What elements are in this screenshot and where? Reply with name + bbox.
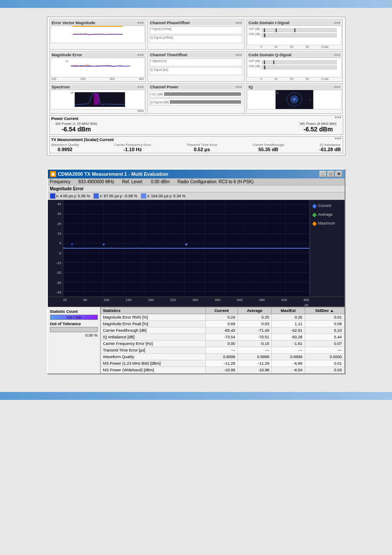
magnitude-error-chart: % bbox=[50, 58, 145, 77]
stat-maxext: -6.54 bbox=[272, 367, 305, 374]
stat-maxext: 0.9999 bbox=[272, 354, 305, 360]
frequency-label: Frequency bbox=[50, 179, 71, 184]
stat-maxext: 1.11 bbox=[272, 321, 305, 327]
svg-rect-21 bbox=[94, 94, 99, 105]
svg-rect-7 bbox=[276, 29, 277, 33]
stat-stddev: 0.07 bbox=[305, 341, 344, 347]
carrier-freq-error-value: -1.10 Hz bbox=[114, 147, 151, 152]
stat-stddev: 0.08 bbox=[305, 321, 344, 327]
stat-stddev: 0.01 bbox=[305, 360, 344, 367]
power-sublabel: Current bbox=[64, 116, 79, 121]
stat-average: 0.83 bbox=[237, 321, 272, 327]
stat-current: -10.99 bbox=[205, 367, 237, 374]
stat-name: Carrier Feedthrough [dB] bbox=[101, 327, 205, 334]
svg-text:CDE [dB]: CDE [dB] bbox=[248, 33, 260, 36]
code-domain-q-panel: Code Domain Q-Signal CDP [dB] CDE [dB] bbox=[246, 51, 343, 82]
i-signal-row: I Signal [mRad] bbox=[150, 26, 242, 34]
code-domain-q-title: Code Domain Q-Signal bbox=[248, 53, 291, 57]
cdma-window: ▣ CDMA2000 TX Measurement 1 - Multi Eval… bbox=[47, 169, 345, 374]
legend-average: ◆ Average bbox=[312, 211, 342, 218]
stat-average: -70.51 bbox=[237, 334, 272, 341]
tolerance-value: 0.00 % bbox=[50, 333, 98, 337]
stat-average: 0.9999 bbox=[237, 354, 272, 360]
minimize-button[interactable]: _ bbox=[320, 171, 327, 177]
iq-imbalance-value: -61.28 dB bbox=[320, 147, 341, 152]
code-domain-i-chart: CDP [dB] CDE [dB] bbox=[247, 25, 342, 45]
channel-phase-title: Channel PhaseOffset bbox=[150, 21, 190, 25]
stat-current: 0.9999 bbox=[205, 354, 237, 360]
chart-area: 45 35 25 15 5 -5 -15 -25 -35 -45 bbox=[48, 200, 345, 307]
stat-stddev: 5.23 bbox=[305, 327, 344, 334]
svg-rect-4 bbox=[262, 29, 337, 33]
svg-rect-17 bbox=[273, 61, 274, 65]
ref-level-label: Ref. Level: bbox=[122, 179, 143, 184]
svg-point-30 bbox=[296, 100, 297, 101]
channel-power-panel: Channel Power I-SC [dB] Q-Signal [dB] bbox=[147, 83, 245, 114]
tx-sublabel: Current bbox=[100, 138, 114, 142]
svg-rect-1 bbox=[72, 26, 122, 27]
svg-text:Q: Q bbox=[277, 91, 279, 94]
iq-chart: Q I bbox=[247, 90, 342, 109]
x-unit: µs bbox=[48, 303, 345, 307]
chart-container: 45 35 25 15 5 -5 -15 -25 -35 -45 bbox=[48, 200, 345, 297]
table-row: Transmit Time Error [µs] --- --- --- --- bbox=[101, 347, 344, 354]
waveform-quality-group: Waveform Quality 0.9992 bbox=[51, 143, 79, 152]
i-sc-row: I-SC [dB] bbox=[150, 91, 242, 98]
spectrum-panel: Spectrum dB MHz bbox=[49, 83, 146, 114]
marker-1-x: 4.00 µs bbox=[60, 194, 73, 198]
frequency-value: 833.4900000 MHz bbox=[79, 179, 115, 184]
table-row: Waveform Quality 0.9999 0.9999 0.9999 0.… bbox=[101, 354, 344, 360]
channel-time-panel: Channel TimeOffset I Signal [ns] Q Signa… bbox=[147, 51, 245, 82]
svg-text:CDE [dB]: CDE [dB] bbox=[248, 65, 260, 69]
window-title: CDMA2000 TX Measurement 1 - Multi Evalua… bbox=[58, 171, 169, 177]
ms-power-125-label: MS Power (1.25 MHZ BW) bbox=[56, 122, 97, 126]
ms-power-125-group: MS Power (1.25 MHZ BW) -6.54 dBm bbox=[56, 122, 97, 133]
marker-3-color bbox=[141, 193, 146, 199]
stat-stddev: 0.01 bbox=[305, 314, 344, 321]
q-signal-row-cp: Q-Signal [dB] bbox=[150, 98, 242, 105]
chart-plot-area bbox=[63, 200, 309, 297]
stat-maxext: -1.61 bbox=[272, 341, 305, 347]
tolerance-bar bbox=[50, 327, 98, 332]
table-row: Magnitude Error RMS [%] 0.24 0.25 0.26 0… bbox=[101, 314, 344, 321]
progress-bar: 100 / 100 bbox=[50, 315, 98, 320]
table-row: Carrier Frequency Error [Hz] 0.00 -0.15 … bbox=[101, 341, 344, 347]
radio-config: Radio Configuration: RC3 to 6 (H-PSK) bbox=[177, 179, 253, 184]
stat-stddev: --- bbox=[305, 347, 344, 354]
col-header-name: Statistics bbox=[101, 308, 205, 314]
carrier-feedthrough-group: Carrier Feedthrough 55.35 dB bbox=[252, 143, 284, 152]
col-header-current: Current bbox=[205, 308, 237, 314]
carrier-freq-error-group: Carrier Frequency Error -1.10 Hz bbox=[114, 143, 151, 152]
stat-current: --- bbox=[205, 347, 237, 354]
spectrum-title: Spectrum bbox=[52, 85, 70, 89]
table-row: MS Power (1.23 MHz BW) [dBm] -11.28 -11.… bbox=[101, 360, 344, 367]
stat-average: --- bbox=[237, 347, 272, 354]
stat-maxext: -62.91 bbox=[272, 327, 305, 334]
svg-rect-15 bbox=[262, 65, 337, 69]
svg-point-28 bbox=[295, 97, 296, 98]
col-header-average: Average bbox=[237, 308, 272, 314]
q-signal-row: Q Signal [mRad] bbox=[150, 35, 242, 43]
marker-2: x: 67.00 µs y: -0.08 % bbox=[94, 193, 137, 199]
legend-current: ◆ Current bbox=[312, 202, 342, 209]
magnitude-error-title: Magnitude Error bbox=[52, 53, 83, 57]
spectrum-chart: dB bbox=[50, 90, 145, 109]
svg-point-31 bbox=[292, 98, 293, 99]
stat-average: -0.15 bbox=[237, 341, 272, 347]
maximize-button[interactable]: □ bbox=[327, 171, 334, 177]
stat-name: Waveform Quality bbox=[101, 354, 205, 360]
marker-2-y: -0.08 % bbox=[124, 194, 137, 198]
bottom-bar bbox=[0, 392, 392, 400]
marker-3: x: 164.00 µs y: 0.34 % bbox=[141, 193, 186, 199]
svg-rect-16 bbox=[264, 61, 265, 65]
stat-name: Transmit Time Error [µs] bbox=[101, 347, 205, 354]
svg-rect-9 bbox=[264, 33, 265, 37]
carrier-freq-error-label: Carrier Frequency Error bbox=[114, 143, 151, 147]
table-row: Magnitude Error Peak [%] 0.69 0.83 1.11 … bbox=[101, 321, 344, 327]
channel-power-title: Channel Power bbox=[150, 85, 179, 89]
ms-power-8-value: -6.52 dBm bbox=[300, 126, 337, 133]
legend-area: ◆ Current ◆ Average ◆ Maximum bbox=[309, 200, 345, 297]
stats-right: Statistics Current Average Max/Ext StdDe… bbox=[101, 307, 345, 374]
marker-2-color bbox=[94, 193, 99, 199]
close-button[interactable]: ✕ bbox=[335, 171, 342, 177]
